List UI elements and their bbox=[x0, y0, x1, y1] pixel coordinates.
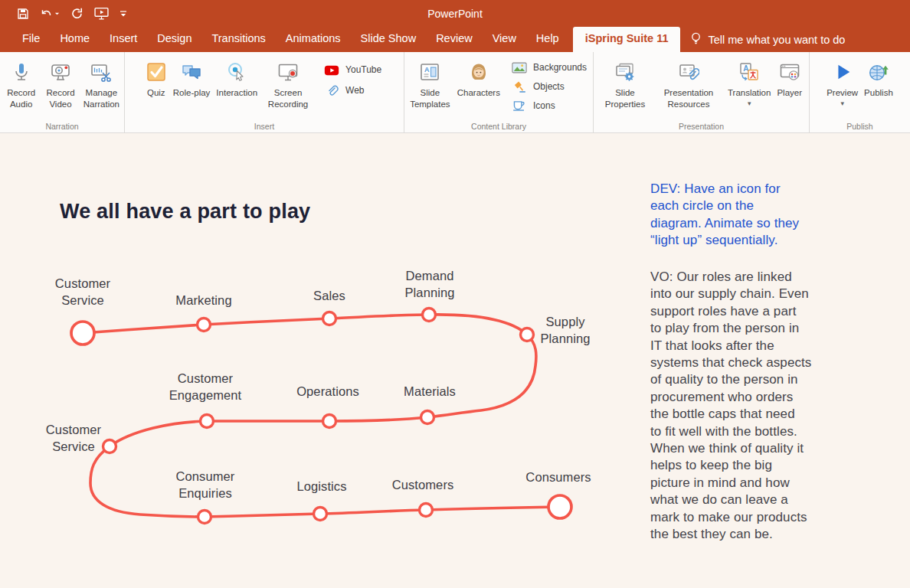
ribbon-group-narration: Record Audio Record Video Manage Narrati… bbox=[0, 52, 125, 132]
diagram-node-label[interactable]: Customers bbox=[392, 477, 454, 494]
cup-icon bbox=[511, 99, 528, 113]
button-label: Publish bbox=[864, 87, 893, 99]
button-label: Interaction bbox=[216, 87, 257, 99]
slide-properties-gear-icon bbox=[614, 58, 636, 86]
paperclip-icon bbox=[323, 83, 340, 97]
manage-narration-button[interactable]: Manage Narration bbox=[80, 55, 123, 113]
diagram-node-label[interactable]: Operations bbox=[296, 384, 359, 400]
menu-tab-ispring-suite-11[interactable]: iSpring Suite 11 bbox=[573, 27, 681, 52]
app-title: PowerPoint bbox=[0, 0, 910, 27]
interaction-button[interactable]: Interaction bbox=[213, 55, 260, 102]
save-icon[interactable] bbox=[17, 8, 29, 20]
group-label-narration: Narration bbox=[0, 122, 124, 131]
menu-tab-help[interactable]: Help bbox=[526, 27, 569, 52]
diagram-node-label[interactable]: Logistics bbox=[296, 479, 346, 495]
redo-icon[interactable] bbox=[70, 7, 83, 20]
lamp-icon bbox=[511, 80, 528, 93]
diagram-node-label[interactable]: Materials bbox=[404, 384, 456, 400]
diagram-node-label[interactable]: Demand Planning bbox=[404, 268, 454, 302]
slide-properties-button[interactable]: Slide Properties bbox=[597, 55, 653, 113]
quiz-button[interactable]: Quiz bbox=[142, 55, 170, 102]
presentation-resources-button[interactable]: Presentation Resources bbox=[653, 55, 725, 113]
button-label: Presentation Resources bbox=[656, 87, 722, 109]
menu-tab-view[interactable]: View bbox=[483, 27, 526, 52]
menu-tab-home[interactable]: Home bbox=[50, 27, 100, 52]
dropdown-caret-icon[interactable]: ▾ bbox=[748, 100, 751, 107]
diagram-node-circle[interactable] bbox=[420, 504, 433, 517]
preview-button[interactable]: Preview ▾ bbox=[823, 55, 861, 110]
menu-tab-animations[interactable]: Animations bbox=[276, 27, 351, 52]
characters-button[interactable]: Characters bbox=[454, 55, 503, 102]
publish-button[interactable]: Publish bbox=[861, 55, 896, 102]
menu-tab-review[interactable]: Review bbox=[426, 27, 483, 52]
button-label: Slide Templates bbox=[409, 87, 451, 109]
menu-tab-slide-show[interactable]: Slide Show bbox=[351, 27, 427, 52]
quiz-check-icon bbox=[146, 58, 167, 86]
diagram-node-circle[interactable] bbox=[421, 411, 434, 424]
button-label: Web bbox=[345, 85, 364, 96]
diagram-node-label[interactable]: Consumers bbox=[525, 469, 591, 486]
undo-icon[interactable] bbox=[40, 8, 60, 20]
button-label: Role-play bbox=[173, 87, 211, 99]
translation-icon: A bbox=[738, 58, 760, 86]
menu-tabs: FileHomeInsertDesignTransitionsAnimation… bbox=[12, 27, 569, 52]
vo-note[interactable]: VO: Our roles are linked into our supply… bbox=[650, 269, 859, 544]
diagram-node-circle[interactable] bbox=[198, 511, 211, 524]
youtube-button[interactable]: YouTube bbox=[323, 63, 381, 77]
diagram-node-circle[interactable] bbox=[521, 328, 534, 341]
dev-note[interactable]: DEV: Have an icon for each circle on the… bbox=[650, 181, 859, 250]
button-label: YouTube bbox=[345, 64, 381, 75]
diagram-node-label[interactable]: Consumer Enquiries bbox=[176, 469, 235, 502]
diagram-node-circle[interactable] bbox=[423, 309, 436, 322]
start-slideshow-icon[interactable] bbox=[94, 7, 109, 20]
dropdown-caret-icon[interactable]: ▾ bbox=[840, 100, 844, 107]
slide-templates-button[interactable]: A Slide Templates bbox=[406, 55, 454, 113]
character-face-icon bbox=[468, 58, 489, 86]
slide-canvas[interactable]: We all have a part to play Customer Serv… bbox=[0, 134, 910, 588]
button-label: Quiz bbox=[147, 87, 165, 99]
tap-icon bbox=[226, 58, 247, 86]
group-label-insert: Insert bbox=[125, 122, 404, 131]
customize-toolbar-icon[interactable] bbox=[119, 10, 127, 18]
diagram-node-label[interactable]: Supply Planning bbox=[540, 314, 590, 348]
tell-me-box[interactable]: Tell me what you want to do bbox=[682, 27, 853, 52]
diagram-node-circle[interactable] bbox=[323, 312, 336, 325]
menu-tab-design[interactable]: Design bbox=[147, 27, 201, 52]
diagram-node-circle[interactable] bbox=[71, 322, 94, 345]
narration-film-scissors-icon bbox=[90, 58, 112, 86]
backgrounds-button[interactable]: Backgrounds bbox=[511, 60, 587, 74]
objects-button[interactable]: Objects bbox=[511, 80, 587, 93]
menu-tab-file[interactable]: File bbox=[12, 27, 50, 52]
menu-tab-insert[interactable]: Insert bbox=[100, 27, 147, 52]
diagram-node-circle[interactable] bbox=[548, 495, 571, 518]
screen-recording-button[interactable]: Screen Recording bbox=[260, 55, 316, 113]
ribbon: Record Audio Record Video Manage Narrati… bbox=[0, 52, 910, 133]
diagram-node-circle[interactable] bbox=[103, 440, 116, 453]
button-label: Slide Properties bbox=[601, 87, 650, 109]
icons-button[interactable]: Icons bbox=[511, 99, 587, 113]
diagram-node-label[interactable]: Sales bbox=[313, 288, 345, 305]
role-play-button[interactable]: Role-play bbox=[170, 55, 214, 102]
record-video-button[interactable]: Record Video bbox=[41, 55, 80, 113]
player-button[interactable]: Player bbox=[774, 55, 805, 102]
diagram-node-label[interactable]: Customer Service bbox=[46, 422, 101, 456]
powerpoint-window: PowerPoint FileHomeInsertDesignTransitio… bbox=[0, 0, 910, 588]
menu-tab-transitions[interactable]: Transitions bbox=[201, 27, 275, 52]
translation-button[interactable]: A Translation ▾ bbox=[725, 55, 774, 110]
record-audio-button[interactable]: Record Audio bbox=[2, 55, 41, 113]
web-button[interactable]: Web bbox=[323, 83, 381, 97]
diagram-node-label[interactable]: Marketing bbox=[175, 292, 231, 309]
diagram-node-circle[interactable] bbox=[323, 415, 336, 428]
slide-templates-icon: A bbox=[419, 58, 440, 86]
diagram-node-circle[interactable] bbox=[314, 508, 327, 521]
button-label: Characters bbox=[457, 87, 500, 99]
diagram-node-label[interactable]: Customer Engagement bbox=[169, 371, 242, 404]
diagram-node-circle[interactable] bbox=[201, 415, 214, 428]
group-label-content-library: Content Library bbox=[404, 122, 593, 131]
button-label: Translation bbox=[728, 87, 771, 99]
quick-access-toolbar bbox=[0, 7, 127, 20]
button-label: Screen Recording bbox=[264, 87, 313, 109]
diagram-node-label[interactable]: Customer Service bbox=[55, 276, 110, 309]
diagram-node-circle[interactable] bbox=[198, 318, 211, 332]
button-label: Manage Narration bbox=[83, 87, 119, 109]
